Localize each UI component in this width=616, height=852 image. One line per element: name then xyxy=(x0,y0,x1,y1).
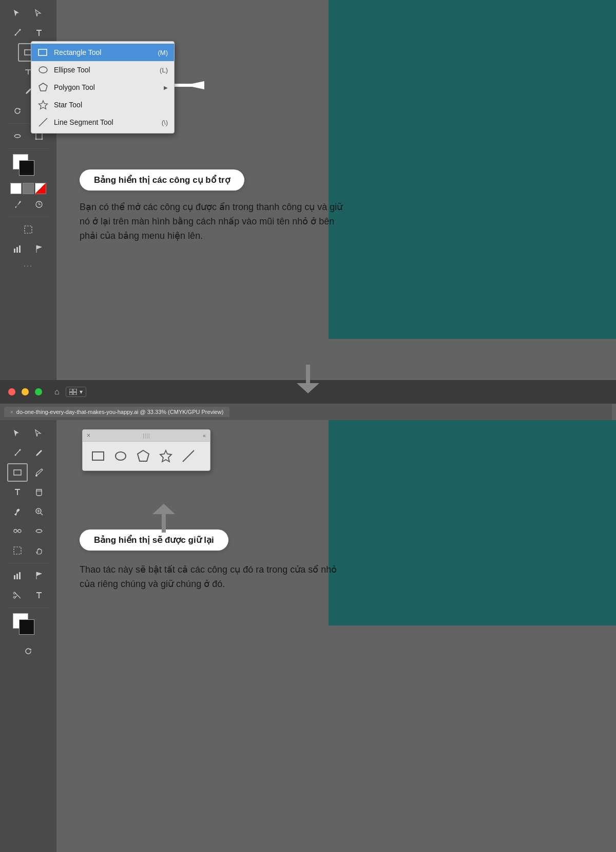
btm-blend-btn[interactable] xyxy=(7,522,28,540)
top-section: ··· Rectangle Tool (M) Ellipse Tool (L) … xyxy=(0,0,616,380)
btm-rect-btn[interactable] xyxy=(7,463,28,482)
panel-star-tool[interactable] xyxy=(157,447,175,465)
eyedropper-btn[interactable] xyxy=(7,195,28,214)
toolbar-divider-2 xyxy=(8,148,49,149)
svg-rect-41 xyxy=(92,452,104,460)
btm-graph-btn[interactable] xyxy=(7,566,28,585)
svg-rect-4 xyxy=(36,133,42,139)
traffic-light-yellow[interactable] xyxy=(22,388,29,395)
color-swatch-group xyxy=(13,154,44,180)
menu-label-ellipse: Ellipse Tool xyxy=(54,66,155,74)
btm-warp-btn[interactable] xyxy=(29,522,49,540)
btm-rotate-btn[interactable] xyxy=(18,642,38,660)
panel-collapse-btn[interactable]: « xyxy=(203,432,206,439)
white-swatch[interactable] xyxy=(10,183,22,194)
menu-label-rectangle: Rectangle Tool xyxy=(54,48,153,56)
menu-item-polygon[interactable]: Polygon Tool ▶ xyxy=(31,79,174,96)
graph-btn[interactable] xyxy=(7,240,28,258)
warp-tool-btn[interactable] xyxy=(7,127,28,145)
panel-ellipse-tool[interactable] xyxy=(111,447,130,465)
artboard-row xyxy=(18,220,38,239)
btm-brush-btn[interactable] xyxy=(29,463,49,482)
svg-rect-10 xyxy=(25,226,32,233)
svg-rect-35 xyxy=(14,547,21,554)
svg-marker-17 xyxy=(39,101,48,109)
btm-hand-btn[interactable] xyxy=(29,541,49,560)
menu-item-rectangle[interactable]: Rectangle Tool (M) xyxy=(31,44,174,61)
svg-point-33 xyxy=(14,529,17,533)
btm-flag-btn[interactable] xyxy=(29,566,49,585)
select-tools-row xyxy=(7,4,49,23)
svg-marker-43 xyxy=(138,450,149,461)
svg-rect-36 xyxy=(14,575,15,579)
btm-zoom-btn[interactable] xyxy=(29,502,49,521)
artboard-btn[interactable] xyxy=(18,220,38,239)
canvas-area-bottom xyxy=(329,420,616,626)
tab-bar: × do-one-thing-every-day-that-makes-you-… xyxy=(0,404,612,420)
gray-swatches-row xyxy=(10,183,46,194)
svg-point-1 xyxy=(20,29,21,31)
btm-type-row xyxy=(7,483,49,501)
traffic-light-green[interactable] xyxy=(35,388,42,395)
btm-artboard-btn[interactable] xyxy=(7,541,28,560)
floating-tool-panel: × |||| « xyxy=(82,429,210,471)
stroke-swatch[interactable] xyxy=(19,160,34,176)
bottom-section: × do-one-thing-every-day-that-makes-you-… xyxy=(0,404,616,852)
btm-paint-btn[interactable] xyxy=(7,502,28,521)
menu-label-star: Star Tool xyxy=(54,101,168,109)
menu-shortcut-rectangle: (M) xyxy=(158,49,168,56)
svg-point-8 xyxy=(42,139,43,140)
bottom-toolbar xyxy=(0,420,56,852)
panel-rect-tool[interactable] xyxy=(89,447,107,465)
btm-eraser-btn[interactable] xyxy=(29,483,49,501)
type-tool-btn[interactable] xyxy=(29,24,49,42)
gray-swatch[interactable] xyxy=(23,183,34,194)
arrow-left-indicator xyxy=(175,76,205,97)
pen-tools-row xyxy=(7,24,49,42)
polygon-menu-icon xyxy=(37,82,49,93)
more-tools-indicator[interactable]: ··· xyxy=(24,261,33,270)
btm-pen-btn[interactable] xyxy=(7,444,28,462)
panel-close-btn[interactable]: × xyxy=(87,432,90,439)
svg-rect-20 xyxy=(175,84,194,87)
btm-stroke-swatch[interactable] xyxy=(19,619,34,635)
none-swatch[interactable] xyxy=(35,183,46,194)
traffic-light-red[interactable] xyxy=(8,388,15,395)
view-chevron: ▾ xyxy=(80,388,83,395)
pen-tool-btn[interactable] xyxy=(7,24,28,42)
svg-rect-23 xyxy=(69,389,72,392)
tab-close-btn[interactable]: × xyxy=(10,409,13,415)
btm-direct-select-btn[interactable] xyxy=(29,424,49,443)
btm-type2-btn[interactable] xyxy=(29,586,49,604)
document-tab[interactable]: × do-one-thing-every-day-that-makes-you-… xyxy=(4,407,229,417)
flag-btn[interactable] xyxy=(29,240,49,258)
svg-rect-26 xyxy=(73,392,76,395)
panel-titlebar: × |||| « xyxy=(83,430,210,442)
btm-select-btn[interactable] xyxy=(7,424,28,443)
svg-rect-47 xyxy=(162,514,166,533)
svg-marker-22 xyxy=(297,383,319,393)
view-switcher[interactable]: ▾ xyxy=(66,387,86,397)
svg-rect-25 xyxy=(69,392,72,395)
panel-polygon-tool[interactable] xyxy=(134,447,152,465)
menu-shortcut-line: (\) xyxy=(162,119,168,126)
panel-tools-row xyxy=(83,442,210,470)
toolbar-divider-3 xyxy=(8,217,49,217)
home-button[interactable]: ⌂ xyxy=(54,387,60,396)
svg-rect-11 xyxy=(14,249,15,253)
tab-filename: do-one-thing-every-day-that-makes-you-ha… xyxy=(16,409,223,415)
menu-item-star[interactable]: Star Tool xyxy=(31,96,174,113)
panel-line-tool[interactable] xyxy=(179,447,198,465)
menu-item-ellipse[interactable]: Ellipse Tool (L) xyxy=(31,61,174,79)
menu-label-line: Line Segment Tool xyxy=(54,118,157,126)
btm-rect-row xyxy=(7,463,49,482)
measure-btn[interactable] xyxy=(29,195,49,214)
btm-scissors-btn[interactable] xyxy=(7,586,28,604)
btm-pencil-btn[interactable] xyxy=(29,444,49,462)
select-tool-btn[interactable] xyxy=(7,4,28,23)
menu-item-line[interactable]: Line Segment Tool (\) xyxy=(31,113,174,131)
menu-label-polygon: Polygon Tool xyxy=(54,83,159,91)
rotate-tool-btn[interactable] xyxy=(7,102,28,120)
direct-select-tool-btn[interactable] xyxy=(29,4,49,23)
btm-type-btn[interactable] xyxy=(7,483,28,501)
